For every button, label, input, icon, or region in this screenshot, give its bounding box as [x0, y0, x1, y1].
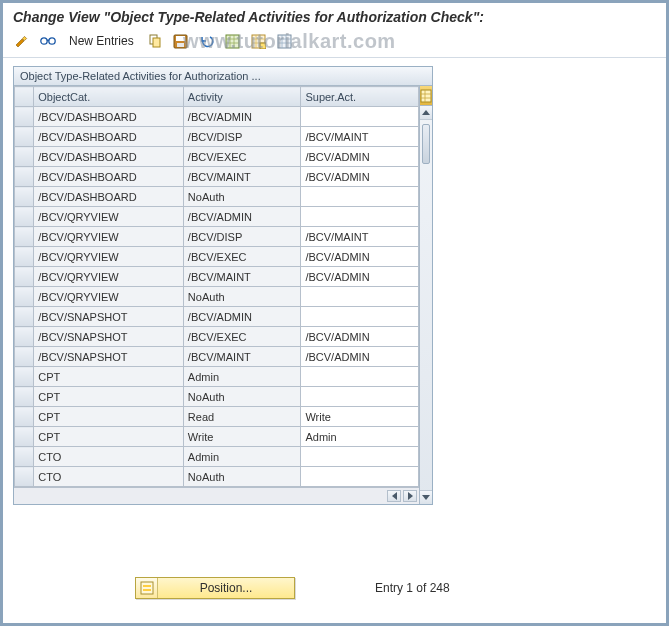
- table-row[interactable]: CPTNoAuth: [15, 387, 419, 407]
- cell-activity[interactable]: Write: [183, 427, 301, 447]
- table-row[interactable]: /BCV/QRYVIEW/BCV/DISP/BCV/MAINT: [15, 227, 419, 247]
- table-row[interactable]: /BCV/SNAPSHOT/BCV/MAINT/BCV/ADMIN: [15, 347, 419, 367]
- cell-objectcat[interactable]: /BCV/QRYVIEW: [34, 207, 184, 227]
- vscroll-down-icon[interactable]: [420, 490, 432, 504]
- new-entries-button[interactable]: New Entries: [63, 34, 140, 48]
- cell-activity[interactable]: /BCV/ADMIN: [183, 107, 301, 127]
- cell-activity[interactable]: NoAuth: [183, 387, 301, 407]
- row-selector[interactable]: [15, 327, 34, 347]
- table-row[interactable]: /BCV/QRYVIEW/BCV/ADMIN: [15, 207, 419, 227]
- cell-superact[interactable]: [301, 467, 419, 487]
- row-selector[interactable]: [15, 247, 34, 267]
- save-icon[interactable]: [170, 31, 192, 51]
- cell-objectcat[interactable]: CPT: [34, 407, 184, 427]
- cell-activity[interactable]: Admin: [183, 447, 301, 467]
- copy-icon[interactable]: [144, 31, 166, 51]
- cell-superact[interactable]: [301, 307, 419, 327]
- cell-objectcat[interactable]: CTO: [34, 447, 184, 467]
- cell-superact[interactable]: /BCV/MAINT: [301, 127, 419, 147]
- horizontal-scrollbar[interactable]: [14, 487, 419, 504]
- cell-objectcat[interactable]: /BCV/SNAPSHOT: [34, 347, 184, 367]
- row-selector[interactable]: [15, 187, 34, 207]
- cell-activity[interactable]: NoAuth: [183, 467, 301, 487]
- table-row[interactable]: /BCV/SNAPSHOT/BCV/EXEC/BCV/ADMIN: [15, 327, 419, 347]
- select-all-icon[interactable]: [222, 31, 244, 51]
- cell-activity[interactable]: NoAuth: [183, 187, 301, 207]
- cell-objectcat[interactable]: /BCV/SNAPSHOT: [34, 307, 184, 327]
- table-row[interactable]: /BCV/DASHBOARD/BCV/ADMIN: [15, 107, 419, 127]
- table-row[interactable]: /BCV/QRYVIEWNoAuth: [15, 287, 419, 307]
- table-row[interactable]: /BCV/DASHBOARD/BCV/EXEC/BCV/ADMIN: [15, 147, 419, 167]
- cell-activity[interactable]: /BCV/DISP: [183, 227, 301, 247]
- table-row[interactable]: CTONoAuth: [15, 467, 419, 487]
- cell-superact[interactable]: [301, 367, 419, 387]
- cell-superact[interactable]: /BCV/MAINT: [301, 227, 419, 247]
- row-selector[interactable]: [15, 207, 34, 227]
- table-settings-icon[interactable]: [274, 31, 296, 51]
- data-grid[interactable]: ObjectCat. Activity Super.Act. /BCV/DASH…: [14, 86, 419, 487]
- row-selector[interactable]: [15, 427, 34, 447]
- cell-superact[interactable]: /BCV/ADMIN: [301, 347, 419, 367]
- cell-objectcat[interactable]: /BCV/DASHBOARD: [34, 167, 184, 187]
- row-selector[interactable]: [15, 167, 34, 187]
- cell-objectcat[interactable]: /BCV/QRYVIEW: [34, 267, 184, 287]
- table-row[interactable]: /BCV/QRYVIEW/BCV/EXEC/BCV/ADMIN: [15, 247, 419, 267]
- cell-superact[interactable]: [301, 447, 419, 467]
- grid-header-superact[interactable]: Super.Act.: [301, 87, 419, 107]
- table-row[interactable]: CTOAdmin: [15, 447, 419, 467]
- cell-activity[interactable]: Admin: [183, 367, 301, 387]
- cell-activity[interactable]: /BCV/EXEC: [183, 327, 301, 347]
- cell-superact[interactable]: [301, 287, 419, 307]
- row-selector[interactable]: [15, 407, 34, 427]
- row-selector[interactable]: [15, 347, 34, 367]
- row-selector[interactable]: [15, 307, 34, 327]
- cell-objectcat[interactable]: CPT: [34, 367, 184, 387]
- deselect-all-icon[interactable]: [248, 31, 270, 51]
- row-selector[interactable]: [15, 227, 34, 247]
- row-selector[interactable]: [15, 107, 34, 127]
- grid-header-activity[interactable]: Activity: [183, 87, 301, 107]
- grid-header-selector[interactable]: [15, 87, 34, 107]
- table-row[interactable]: /BCV/DASHBOARD/BCV/DISP/BCV/MAINT: [15, 127, 419, 147]
- cell-activity[interactable]: /BCV/ADMIN: [183, 207, 301, 227]
- cell-superact[interactable]: /BCV/ADMIN: [301, 147, 419, 167]
- cell-activity[interactable]: /BCV/MAINT: [183, 347, 301, 367]
- cell-superact[interactable]: Write: [301, 407, 419, 427]
- table-row[interactable]: /BCV/DASHBOARD/BCV/MAINT/BCV/ADMIN: [15, 167, 419, 187]
- cell-activity[interactable]: NoAuth: [183, 287, 301, 307]
- cell-activity[interactable]: /BCV/EXEC: [183, 247, 301, 267]
- details-glasses-icon[interactable]: [37, 31, 59, 51]
- table-row[interactable]: CPTReadWrite: [15, 407, 419, 427]
- row-selector[interactable]: [15, 267, 34, 287]
- table-row[interactable]: /BCV/DASHBOARDNoAuth: [15, 187, 419, 207]
- row-selector[interactable]: [15, 387, 34, 407]
- cell-activity[interactable]: /BCV/EXEC: [183, 147, 301, 167]
- cell-objectcat[interactable]: /BCV/DASHBOARD: [34, 187, 184, 207]
- cell-superact[interactable]: [301, 107, 419, 127]
- table-row[interactable]: CPTWriteAdmin: [15, 427, 419, 447]
- cell-superact[interactable]: Admin: [301, 427, 419, 447]
- table-row[interactable]: CPTAdmin: [15, 367, 419, 387]
- cell-objectcat[interactable]: /BCV/SNAPSHOT: [34, 327, 184, 347]
- cell-objectcat[interactable]: CPT: [34, 387, 184, 407]
- row-selector[interactable]: [15, 467, 34, 487]
- cell-superact[interactable]: /BCV/ADMIN: [301, 247, 419, 267]
- cell-activity[interactable]: /BCV/MAINT: [183, 167, 301, 187]
- cell-activity[interactable]: /BCV/ADMIN: [183, 307, 301, 327]
- row-selector[interactable]: [15, 447, 34, 467]
- grid-header-objectcat[interactable]: ObjectCat.: [34, 87, 184, 107]
- row-selector[interactable]: [15, 367, 34, 387]
- cell-objectcat[interactable]: /BCV/DASHBOARD: [34, 127, 184, 147]
- cell-superact[interactable]: /BCV/ADMIN: [301, 167, 419, 187]
- row-selector[interactable]: [15, 127, 34, 147]
- table-row[interactable]: /BCV/QRYVIEW/BCV/MAINT/BCV/ADMIN: [15, 267, 419, 287]
- toggle-display-change-icon[interactable]: [11, 31, 33, 51]
- vertical-scrollbar[interactable]: [419, 86, 432, 504]
- cell-activity[interactable]: /BCV/MAINT: [183, 267, 301, 287]
- vscroll-thumb[interactable]: [422, 124, 430, 164]
- cell-objectcat[interactable]: CPT: [34, 427, 184, 447]
- cell-objectcat[interactable]: /BCV/QRYVIEW: [34, 287, 184, 307]
- configure-columns-icon[interactable]: [420, 86, 432, 106]
- cell-superact[interactable]: /BCV/ADMIN: [301, 327, 419, 347]
- hscroll-left-icon[interactable]: [387, 490, 401, 502]
